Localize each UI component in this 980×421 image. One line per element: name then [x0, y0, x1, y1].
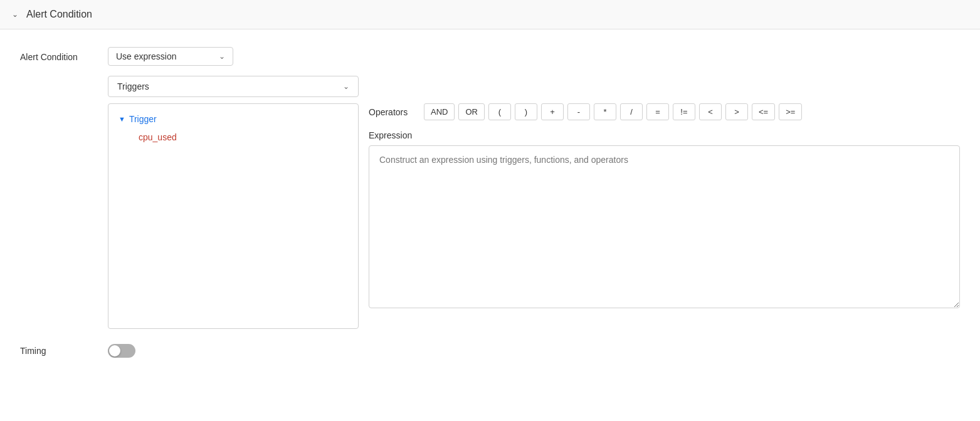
operator-button-_[interactable]: * [594, 103, 616, 120]
timing-row: Timing [20, 344, 960, 358]
operator-button-_[interactable]: < [699, 103, 722, 120]
trigger-label: Trigger [129, 114, 157, 124]
operators-label: Operators [369, 107, 413, 117]
toggle-track [108, 344, 135, 358]
trigger-expand-icon[interactable]: ▼ [119, 115, 125, 123]
expression-panel: Operators ANDOR()+-*/=!=<><=>= Expressio… [359, 103, 960, 329]
section-header: ⌄ Alert Condition [0, 0, 980, 29]
operator-button-__[interactable]: >= [779, 103, 802, 120]
triggers-dropdown[interactable]: Triggers ⌄ [108, 76, 359, 97]
triggers-arrow-icon: ⌄ [343, 82, 349, 91]
expression-label: Expression [369, 130, 960, 140]
main-columns: ▼ Trigger cpu_used Operators ANDOR()+-*/… [108, 103, 960, 329]
operator-button-_[interactable]: = [646, 103, 669, 120]
alert-condition-dropdown[interactable]: Use expression ⌄ [108, 47, 233, 66]
operator-buttons-container: ANDOR()+-*/=!=<><=>= [424, 103, 802, 120]
content-area: Alert Condition Use expression ⌄ Trigger… [0, 29, 980, 375]
timing-label: Timing [20, 346, 108, 356]
triggers-row: Triggers ⌄ [108, 76, 960, 97]
alert-condition-arrow-icon: ⌄ [219, 52, 225, 61]
timing-toggle[interactable] [108, 344, 135, 358]
collapse-icon[interactable]: ⌄ [10, 9, 20, 19]
trigger-item: ▼ Trigger [119, 114, 348, 124]
alert-condition-value: Use expression [116, 51, 211, 61]
alert-condition-row: Alert Condition Use expression ⌄ [20, 47, 960, 66]
operator-button-__[interactable]: != [673, 103, 695, 120]
expression-textarea[interactable] [369, 145, 960, 308]
trigger-panel: ▼ Trigger cpu_used [108, 103, 359, 329]
toggle-thumb [109, 345, 120, 356]
section-title: Alert Condition [26, 9, 92, 20]
operator-button-_[interactable]: / [620, 103, 643, 120]
triggers-label: Triggers [117, 81, 335, 91]
operator-button-AND[interactable]: AND [424, 103, 455, 120]
operator-button-__[interactable]: <= [752, 103, 775, 120]
operator-button-_[interactable]: ) [515, 103, 537, 120]
alert-condition-label: Alert Condition [20, 47, 108, 62]
page-container: ⌄ Alert Condition Alert Condition Use ex… [0, 0, 980, 421]
operator-button-_[interactable]: - [567, 103, 590, 120]
operator-button-_[interactable]: > [725, 103, 748, 120]
operator-button-_[interactable]: + [541, 103, 564, 120]
operator-button-OR[interactable]: OR [458, 103, 485, 120]
operator-button-_[interactable]: ( [488, 103, 511, 120]
trigger-child-container: cpu_used [139, 132, 348, 143]
operators-row: Operators ANDOR()+-*/=!=<><=>= [369, 103, 960, 120]
trigger-child-item[interactable]: cpu_used [139, 132, 177, 142]
